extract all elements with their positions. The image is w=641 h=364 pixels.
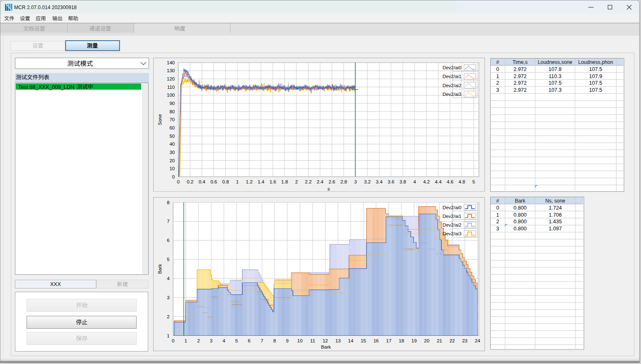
svg-text:60: 60 [169,125,175,130]
svg-text:107.5: 107.5 [548,80,561,86]
svg-text:0.800: 0.800 [514,205,526,210]
svg-text:12: 12 [323,338,328,343]
svg-text:2.972: 2.972 [514,66,526,72]
svg-text:0.2: 0.2 [187,179,193,184]
svg-text:100: 100 [167,93,175,98]
svg-text:130: 130 [167,68,175,73]
svg-text:Ns, sone: Ns, sone [545,198,565,203]
svg-text:2.972: 2.972 [514,80,526,86]
svg-text:Loudness,phon: Loudness,phon [578,59,613,65]
svg-text:3: 3 [496,87,499,93]
svg-text:14: 14 [348,338,353,343]
svg-text:2.6: 2.6 [329,179,335,184]
svg-text:15: 15 [361,338,366,343]
svg-text:110: 110 [167,84,175,89]
svg-text:6: 6 [167,238,169,243]
svg-text:17: 17 [386,338,391,343]
svg-text:0: 0 [496,205,499,210]
svg-text:0.6: 0.6 [210,179,217,184]
svg-text:0.8: 0.8 [222,179,229,184]
svg-text:4: 4 [223,338,225,343]
svg-text:70: 70 [169,117,175,122]
svg-text:Sone: Sone [157,114,162,125]
svg-text:4.6: 4.6 [447,179,453,184]
svg-text:4.8: 4.8 [459,179,465,184]
svg-text:2.4: 2.4 [317,179,324,184]
svg-text:21: 21 [437,338,442,343]
svg-text:0: 0 [496,66,499,72]
svg-text:s: s [328,186,330,191]
svg-text:4: 4 [167,276,170,281]
svg-text:0.800: 0.800 [514,219,526,225]
svg-text:7: 7 [167,219,169,224]
svg-text:0.4: 0.4 [198,179,206,184]
svg-text:1: 1 [236,179,239,184]
svg-text:2: 2 [496,80,499,86]
svg-text:Dev2/ai2: Dev2/ai2 [443,222,461,227]
svg-text:8: 8 [167,200,169,205]
svg-text:20: 20 [424,338,430,343]
svg-text:10: 10 [297,338,303,343]
svg-text:19: 19 [411,338,417,343]
svg-text:Dev2/ai1: Dev2/ai1 [443,213,461,218]
svg-text:0.800: 0.800 [514,212,526,217]
svg-text:3: 3 [167,295,169,300]
svg-text:Loudness,sone: Loudness,sone [538,59,572,65]
svg-text:120: 120 [167,76,175,81]
svg-text:10: 10 [169,166,175,171]
svg-text:3: 3 [210,338,212,343]
svg-text:11: 11 [310,338,315,343]
svg-text:1.6: 1.6 [269,179,276,184]
svg-text:1.2: 1.2 [246,179,252,184]
svg-text:3: 3 [354,179,357,184]
svg-text:Time,s: Time,s [512,59,527,65]
svg-text:2: 2 [197,338,200,343]
svg-text:1: 1 [184,338,187,343]
svg-text:Dev2/ai1: Dev2/ai1 [443,74,461,79]
svg-text:3: 3 [496,226,499,232]
svg-text:110.3: 110.3 [549,73,561,79]
svg-text:4: 4 [413,179,416,184]
svg-text:Bark: Bark [515,198,526,203]
svg-text:2.972: 2.972 [514,73,526,79]
svg-text:2: 2 [496,219,499,225]
svg-text:4.4: 4.4 [435,179,442,184]
svg-text:80: 80 [169,109,175,114]
svg-text:3.8: 3.8 [399,179,406,184]
svg-text:3.6: 3.6 [388,179,394,184]
svg-text:90: 90 [169,101,175,106]
svg-text:107.8: 107.8 [548,66,561,72]
svg-text:9: 9 [286,338,289,343]
svg-text:20: 20 [169,158,175,163]
svg-text:#: # [496,198,499,203]
svg-text:1.097: 1.097 [549,226,562,232]
svg-text:22: 22 [450,338,455,343]
svg-text:107.3: 107.3 [548,87,561,93]
svg-text:Dev2/ai0: Dev2/ai0 [443,65,461,70]
svg-text:1.8: 1.8 [281,179,288,184]
svg-text:1.724: 1.724 [549,205,562,210]
svg-text:5: 5 [167,257,169,262]
svg-text:1.4: 1.4 [258,179,265,184]
svg-text:0.800: 0.800 [514,226,526,232]
svg-text:24: 24 [475,338,480,343]
svg-text:Dev2/ai3: Dev2/ai3 [443,91,461,96]
svg-text:140: 140 [167,60,175,65]
svg-text:0: 0 [172,338,174,343]
svg-text:2.972: 2.972 [514,87,526,93]
svg-text:3.4: 3.4 [376,179,383,184]
svg-text:13: 13 [335,338,341,343]
svg-text:30: 30 [169,150,175,155]
svg-text:2.8: 2.8 [340,179,347,184]
svg-text:50: 50 [169,133,175,138]
svg-text:5: 5 [472,179,475,184]
svg-text:1: 1 [167,333,169,338]
svg-text:Bark: Bark [157,264,162,274]
svg-text:Dev2/ai2: Dev2/ai2 [443,83,461,88]
svg-text:107.5: 107.5 [589,66,602,72]
svg-text:107.5: 107.5 [589,87,602,93]
svg-text:1.435: 1.435 [549,219,562,225]
svg-text:18: 18 [399,338,404,343]
svg-text:7: 7 [261,338,263,343]
svg-text:16: 16 [373,338,379,343]
